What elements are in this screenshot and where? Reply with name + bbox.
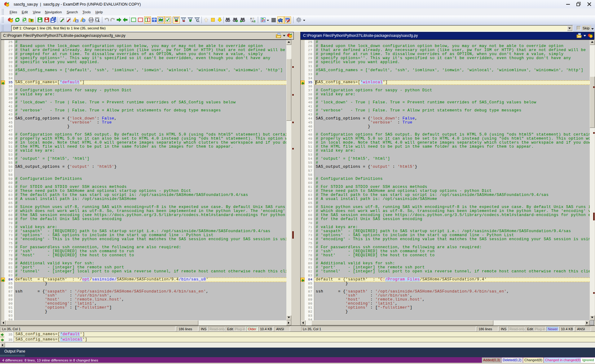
svg-text:A: A [252,20,253,23]
svg-text:B: B [254,20,256,23]
